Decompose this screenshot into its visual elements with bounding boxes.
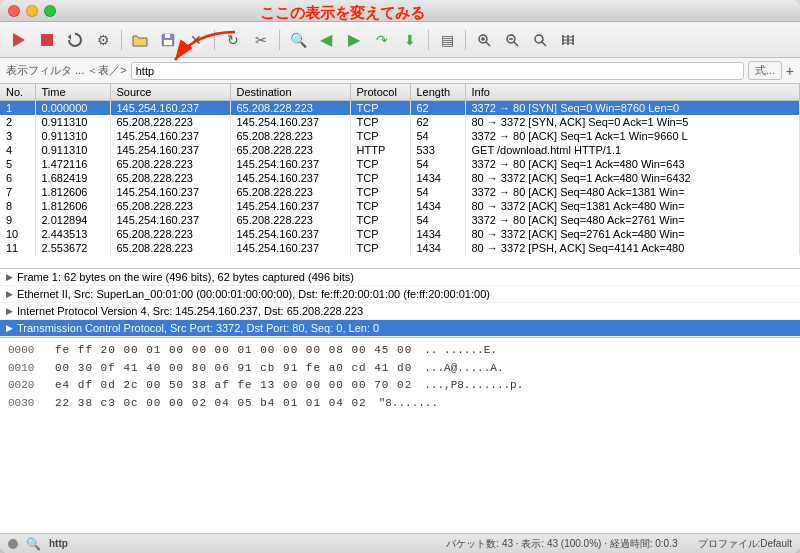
header-source[interactable]: Source [110, 84, 230, 101]
detail-row[interactable]: ▶Frame 1: 62 bytes on the wire (496 bits… [0, 269, 800, 286]
cell-dst: 145.254.160.237 [230, 157, 350, 171]
detail-row[interactable]: ▶Transmission Control Protocol, Src Port… [0, 320, 800, 337]
cell-src: 145.254.160.237 [110, 101, 230, 116]
hex-bytes: 22 38 c3 0c 00 00 02 04 05 b4 01 01 04 0… [55, 395, 367, 413]
hex-offset: 0020 [8, 377, 43, 395]
svg-rect-2 [41, 34, 53, 46]
table-row[interactable]: 20.91131065.208.228.223145.254.160.237TC… [0, 115, 800, 129]
cell-dst: 145.254.160.237 [230, 115, 350, 129]
format-button[interactable]: 式... [748, 61, 782, 80]
filter-input[interactable] [131, 62, 744, 80]
cell-time: 1.682419 [35, 171, 110, 185]
table-row[interactable]: 81.81260665.208.228.223145.254.160.237TC… [0, 199, 800, 213]
cell-proto: TCP [350, 101, 410, 116]
cell-no: 3 [0, 129, 35, 143]
resize-columns-button[interactable] [555, 27, 581, 53]
cell-len: 62 [410, 101, 465, 116]
table-row[interactable]: 61.68241965.208.228.223145.254.160.237TC… [0, 171, 800, 185]
table-row[interactable]: 51.47211665.208.228.223145.254.160.237TC… [0, 157, 800, 171]
cell-src: 65.208.228.223 [110, 115, 230, 129]
hex-ascii: ...,P8.......p. [424, 377, 523, 395]
detail-row[interactable]: ▶Internet Protocol Version 4, Src: 145.2… [0, 303, 800, 320]
table-row[interactable]: 30.911310145.254.160.23765.208.228.223TC… [0, 129, 800, 143]
restart-capture-button[interactable] [62, 27, 88, 53]
table-row[interactable]: 112.55367265.208.228.223145.254.160.237T… [0, 241, 800, 255]
packet-list[interactable]: No. Time Source Destination Protocol Len… [0, 84, 800, 269]
filter-label: 表示フィルタ ... ＜表／> [6, 63, 127, 78]
header-destination[interactable]: Destination [230, 84, 350, 101]
cell-src: 65.208.228.223 [110, 241, 230, 255]
cell-dst: 65.208.228.223 [230, 143, 350, 157]
sep5 [465, 30, 466, 50]
cell-len: 54 [410, 213, 465, 227]
cell-dst: 145.254.160.237 [230, 199, 350, 213]
hex-panel: 0000fe ff 20 00 01 00 00 00 01 00 00 00 … [0, 338, 800, 533]
svg-marker-1 [13, 33, 25, 47]
cell-proto: TCP [350, 171, 410, 185]
cell-info: 80 → 3372 [ACK] Seq=1 Ack=480 Win=6432 [465, 171, 800, 185]
maximize-button[interactable] [44, 5, 56, 17]
svg-marker-3 [68, 34, 71, 40]
cell-time: 1.812606 [35, 199, 110, 213]
start-capture-button[interactable] [6, 27, 32, 53]
cell-no: 8 [0, 199, 35, 213]
jump-button[interactable]: ↷ [369, 27, 395, 53]
table-row[interactable]: 92.012894145.254.160.23765.208.228.223TC… [0, 213, 800, 227]
cell-src: 145.254.160.237 [110, 185, 230, 199]
close-button[interactable] [8, 5, 20, 17]
cell-src: 145.254.160.237 [110, 129, 230, 143]
table-header-row: No. Time Source Destination Protocol Len… [0, 84, 800, 101]
open-file-button[interactable] [127, 27, 153, 53]
cell-proto: TCP [350, 129, 410, 143]
cell-dst: 145.254.160.237 [230, 227, 350, 241]
hex-offset: 0030 [8, 395, 43, 413]
cell-info: 3372 → 80 [SYN] Seq=0 Win=8760 Len=0 [465, 101, 800, 116]
header-length[interactable]: Length [410, 84, 465, 101]
zoom-out-button[interactable] [499, 27, 525, 53]
table-row[interactable]: 40.911310145.254.160.23765.208.228.223HT… [0, 143, 800, 157]
packet-detail: ▶Frame 1: 62 bytes on the wire (496 bits… [0, 269, 800, 338]
nav-next-button[interactable]: ▶ [341, 27, 367, 53]
zoom-in-button[interactable] [471, 27, 497, 53]
stop-capture-button[interactable] [34, 27, 60, 53]
header-time[interactable]: Time [35, 84, 110, 101]
add-filter-button[interactable]: + [786, 63, 794, 79]
title-bar [0, 0, 800, 22]
cell-src: 65.208.228.223 [110, 227, 230, 241]
hex-row: 003022 38 c3 0c 00 00 02 04 05 b4 01 01 … [8, 395, 792, 413]
cell-proto: TCP [350, 227, 410, 241]
cell-len: 54 [410, 185, 465, 199]
cell-proto: TCP [350, 241, 410, 255]
header-no[interactable]: No. [0, 84, 35, 101]
zoom-reset-button[interactable] [527, 27, 553, 53]
hex-content: 0000fe ff 20 00 01 00 00 00 01 00 00 00 … [8, 342, 792, 412]
cell-no: 11 [0, 241, 35, 255]
reload-button[interactable]: ↻ [220, 27, 246, 53]
find-button[interactable]: 🔍 [285, 27, 311, 53]
cell-info: GET /download.html HTTP/1.1 [465, 143, 800, 157]
cell-proto: TCP [350, 185, 410, 199]
colorize-button[interactable]: ▤ [434, 27, 460, 53]
cell-info: 80 → 3372 [SYN, ACK] Seq=0 Ack=1 Win=5 [465, 115, 800, 129]
table-row[interactable]: 71.812606145.254.160.23765.208.228.223TC… [0, 185, 800, 199]
close-file-button[interactable]: ✕ [183, 27, 209, 53]
save-file-button[interactable] [155, 27, 181, 53]
header-info[interactable]: Info [465, 84, 800, 101]
hex-ascii: .. ......E. [424, 342, 497, 360]
packet-rows: 10.000000145.254.160.23765.208.228.223TC… [0, 101, 800, 256]
cell-len: 1434 [410, 227, 465, 241]
minimize-button[interactable] [26, 5, 38, 17]
print-button[interactable]: ✂ [248, 27, 274, 53]
detail-expand-icon: ▶ [6, 289, 13, 299]
scroll-to-end-button[interactable]: ⬇ [397, 27, 423, 53]
cell-time: 1.812606 [35, 185, 110, 199]
detail-row[interactable]: ▶Ethernet II, Src: SuperLan_00:01:00 (00… [0, 286, 800, 303]
sep1 [121, 30, 122, 50]
hex-offset: 0000 [8, 342, 43, 360]
header-protocol[interactable]: Protocol [350, 84, 410, 101]
nav-prev-button[interactable]: ◀ [313, 27, 339, 53]
table-row[interactable]: 102.44351365.208.228.223145.254.160.237T… [0, 227, 800, 241]
table-row[interactable]: 10.000000145.254.160.23765.208.228.223TC… [0, 101, 800, 116]
capture-options-button[interactable]: ⚙ [90, 27, 116, 53]
hex-offset: 0010 [8, 360, 43, 378]
